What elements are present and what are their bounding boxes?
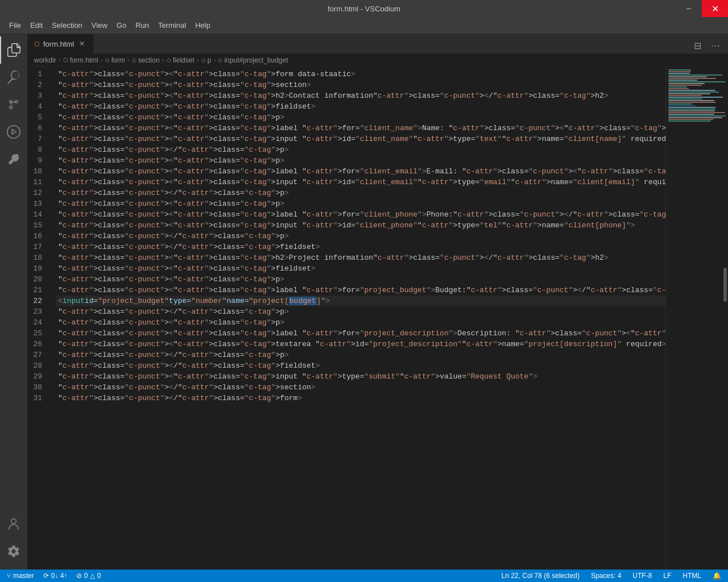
breadcrumb-fieldset[interactable]: ◇ fieldset <box>167 56 195 64</box>
code-line-30[interactable]: "c-attr">class="c-punct"></"c-attr">clas… <box>56 382 665 393</box>
code-line-6[interactable]: "c-attr">class="c-punct"><"c-attr">class… <box>56 123 665 134</box>
breadcrumb-section[interactable]: ◇ section <box>132 56 160 64</box>
branch-icon: ⑂ <box>7 572 11 580</box>
code-line-19[interactable]: "c-attr">class="c-punct"><"c-attr">class… <box>56 263 665 274</box>
status-right: Ln 22, Col 78 (6 selected) Spaces: 4 UTF… <box>499 569 723 582</box>
code-line-18[interactable]: "c-attr">class="c-punct"><"c-attr">class… <box>56 252 665 263</box>
tab-bar-actions: ⊟ ⋯ <box>685 38 728 53</box>
code-line-27[interactable]: "c-attr">class="c-punct"></"c-attr">clas… <box>56 350 665 360</box>
menu-run[interactable]: Run <box>131 19 154 32</box>
code-line-4[interactable]: "c-attr">class="c-punct"><"c-attr">class… <box>56 101 665 112</box>
code-line-20[interactable]: "c-attr">class="c-punct"><"c-attr">class… <box>56 274 665 285</box>
more-actions-button[interactable]: ⋯ <box>708 38 723 53</box>
status-encoding[interactable]: UTF-8 <box>630 569 654 582</box>
breadcrumb-fieldset-label: fieldset <box>173 56 195 64</box>
breadcrumb-workdir[interactable]: workdir <box>34 56 56 64</box>
close-button[interactable]: ✕ <box>702 0 728 17</box>
menu-go[interactable]: Go <box>112 19 131 32</box>
code-line-10[interactable]: "c-attr">class="c-punct"><"c-attr">class… <box>56 166 665 177</box>
code-line-3[interactable]: "c-attr">class="c-punct"><"c-attr">class… <box>56 90 665 101</box>
editor-content[interactable]: 1234567891011121314151617181920212223242… <box>27 66 728 569</box>
status-spaces[interactable]: Spaces: 4 <box>589 569 623 582</box>
code-line-9[interactable]: "c-attr">class="c-punct"><"c-attr">class… <box>56 155 665 166</box>
status-branch[interactable]: ⑂ master <box>5 569 36 582</box>
breadcrumb-input-label: input#project_budget <box>224 56 288 64</box>
breadcrumb-p[interactable]: ◇ p <box>201 56 212 64</box>
code-line-17[interactable]: "c-attr">class="c-punct"></"c-attr">clas… <box>56 242 665 252</box>
code-line-25[interactable]: "c-attr">class="c-punct"><"c-attr">class… <box>56 328 665 339</box>
activity-bar <box>0 34 27 569</box>
branch-name: master <box>13 572 34 580</box>
menu-bar: File Edit Selection View Go Run Terminal… <box>0 17 728 34</box>
tab-form-html[interactable]: ⬡ form.html ✕ <box>27 34 94 53</box>
code-line-13[interactable]: "c-attr">class="c-punct"><"c-attr">class… <box>56 198 665 209</box>
sync-icon: ⟳ <box>43 572 49 580</box>
activity-explorer[interactable] <box>0 36 27 64</box>
menu-selection[interactable]: Selection <box>47 19 86 32</box>
tab-close-button[interactable]: ✕ <box>77 39 86 48</box>
menu-view[interactable]: View <box>87 19 112 32</box>
code-line-26[interactable]: "c-attr">class="c-punct"><"c-attr">class… <box>56 339 665 350</box>
spaces-text: Spaces: 4 <box>591 572 621 580</box>
code-line-5[interactable]: "c-attr">class="c-punct"><"c-attr">class… <box>56 112 665 123</box>
eol-text: LF <box>663 572 671 580</box>
code-line-11[interactable]: "c-attr">class="c-punct"><"c-attr">class… <box>56 177 665 188</box>
status-language[interactable]: HTML <box>680 569 704 582</box>
code-line-31[interactable]: "c-attr">class="c-punct"></"c-attr">clas… <box>56 393 665 404</box>
code-line-12[interactable]: "c-attr">class="c-punct"></"c-attr">clas… <box>56 188 665 198</box>
code-line-14[interactable]: "c-attr">class="c-punct"><"c-attr">class… <box>56 209 665 220</box>
main-layout: ⬡ form.html ✕ ⊟ ⋯ workdir › ⬡ form.html … <box>0 34 728 569</box>
tab-label: form.html <box>43 40 74 48</box>
scrollbar-track[interactable] <box>722 66 728 569</box>
code-line-15[interactable]: "c-attr">class="c-punct"><"c-attr">class… <box>56 220 665 231</box>
scrollbar-thumb[interactable] <box>723 268 727 302</box>
menu-file[interactable]: File <box>5 19 26 32</box>
errors-count: ⊘ 0 <box>76 572 88 580</box>
code-line-23[interactable]: "c-attr">class="c-punct"></"c-attr">clas… <box>56 306 665 317</box>
breadcrumb-workdir-label: workdir <box>34 56 56 64</box>
menu-help[interactable]: Help <box>191 19 215 32</box>
breadcrumb-input[interactable]: ◇ input#project_budget <box>218 56 288 64</box>
menu-edit[interactable]: Edit <box>26 19 47 32</box>
bell-icon: 🔔 <box>713 572 721 580</box>
status-bell[interactable]: 🔔 <box>710 569 723 582</box>
editor-area: ⬡ form.html ✕ ⊟ ⋯ workdir › ⬡ form.html … <box>27 34 728 569</box>
line-numbers: 1234567891011121314151617181920212223242… <box>27 66 56 569</box>
tab-bar: ⬡ form.html ✕ ⊟ ⋯ <box>27 34 728 54</box>
minimap <box>665 66 728 569</box>
code-line-7[interactable]: "c-attr">class="c-punct"><"c-attr">class… <box>56 134 665 144</box>
activity-account[interactable] <box>0 510 27 538</box>
code-editor[interactable]: "c-attr">class="c-punct"><"c-attr">class… <box>56 66 665 569</box>
encoding-text: UTF-8 <box>632 572 652 580</box>
breadcrumb-file[interactable]: ⬡ form.html <box>63 56 98 64</box>
split-editor-button[interactable]: ⊟ <box>689 38 705 53</box>
code-line-2[interactable]: "c-attr">class="c-punct"><"c-attr">class… <box>56 80 665 90</box>
code-line-22[interactable]: <input id="project_budget" type="number"… <box>56 296 665 306</box>
file-icon: ⬡ <box>34 40 40 48</box>
activity-extensions[interactable] <box>0 146 27 173</box>
status-sync[interactable]: ⟳ 0↓ 4↑ <box>41 569 70 582</box>
minimize-button[interactable]: ─ <box>676 0 702 17</box>
title-bar: form.html - VSCodium ─ ✕ <box>0 0 728 17</box>
activity-run-debug[interactable] <box>0 118 27 146</box>
position-text: Ln 22, Col 78 (6 selected) <box>502 572 580 580</box>
code-line-21[interactable]: "c-attr">class="c-punct"><"c-attr">class… <box>56 285 665 296</box>
activity-settings[interactable] <box>0 538 27 565</box>
code-line-24[interactable]: "c-attr">class="c-punct"><"c-attr">class… <box>56 317 665 328</box>
code-line-16[interactable]: "c-attr">class="c-punct"></"c-attr">clas… <box>56 231 665 242</box>
code-line-29[interactable]: "c-attr">class="c-punct"><"c-attr">class… <box>56 371 665 382</box>
code-line-1[interactable]: "c-attr">class="c-punct"><"c-attr">class… <box>56 69 665 80</box>
menu-terminal[interactable]: Terminal <box>154 19 191 32</box>
code-line-8[interactable]: "c-attr">class="c-punct"></"c-attr">clas… <box>56 144 665 155</box>
activity-search[interactable] <box>0 64 27 91</box>
code-line-28[interactable]: "c-attr">class="c-punct"></"c-attr">clas… <box>56 360 665 371</box>
status-position[interactable]: Ln 22, Col 78 (6 selected) <box>499 569 582 582</box>
window-title: form.html - VSCodium <box>328 5 400 13</box>
activity-source-control[interactable] <box>0 91 27 118</box>
breadcrumb-file-label: form.html <box>70 56 98 64</box>
warnings-count: △ 0 <box>90 572 101 580</box>
breadcrumb-section-label: section <box>138 56 160 64</box>
status-eol[interactable]: LF <box>661 569 673 582</box>
breadcrumb-form[interactable]: ◇ form <box>105 56 125 64</box>
status-errors[interactable]: ⊘ 0 △ 0 <box>74 569 103 582</box>
